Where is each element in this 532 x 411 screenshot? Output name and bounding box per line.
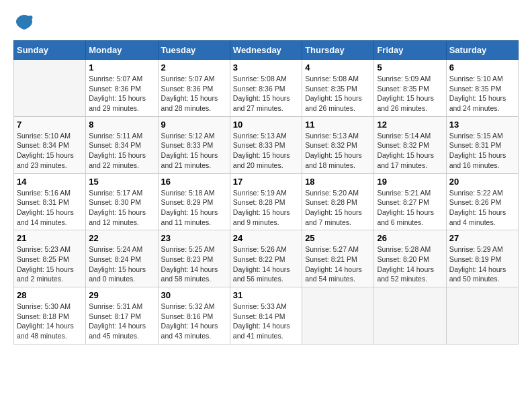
day-info: Sunrise: 5:13 AM Sunset: 8:32 PM Dayligh…	[305, 131, 371, 171]
day-info: Sunrise: 5:19 AM Sunset: 8:28 PM Dayligh…	[233, 188, 299, 228]
calendar-cell: 8Sunrise: 5:11 AM Sunset: 8:34 PM Daylig…	[86, 116, 158, 173]
day-info: Sunrise: 5:23 AM Sunset: 8:25 PM Dayligh…	[17, 244, 83, 284]
day-number: 24	[233, 233, 299, 243]
calendar-cell: 31Sunrise: 5:33 AM Sunset: 8:14 PM Dayli…	[230, 287, 302, 345]
calendar-week-row: 1Sunrise: 5:07 AM Sunset: 8:36 PM Daylig…	[14, 60, 519, 117]
day-info: Sunrise: 5:27 AM Sunset: 8:21 PM Dayligh…	[305, 244, 371, 284]
day-number: 23	[161, 233, 227, 243]
day-info: Sunrise: 5:30 AM Sunset: 8:18 PM Dayligh…	[17, 302, 83, 341]
calendar-cell: 23Sunrise: 5:25 AM Sunset: 8:23 PM Dayli…	[158, 230, 230, 287]
calendar-cell: 10Sunrise: 5:13 AM Sunset: 8:33 PM Dayli…	[230, 116, 302, 173]
calendar-cell: 3Sunrise: 5:08 AM Sunset: 8:36 PM Daylig…	[230, 60, 302, 117]
day-number: 1	[89, 62, 154, 73]
calendar-cell: 29Sunrise: 5:31 AM Sunset: 8:17 PM Dayli…	[86, 287, 158, 345]
day-info: Sunrise: 5:16 AM Sunset: 8:31 PM Dayligh…	[17, 188, 83, 228]
calendar-cell: 12Sunrise: 5:14 AM Sunset: 8:32 PM Dayli…	[374, 116, 446, 173]
calendar-cell: 1Sunrise: 5:07 AM Sunset: 8:36 PM Daylig…	[86, 60, 158, 117]
day-number: 17	[233, 177, 299, 187]
calendar-cell: 27Sunrise: 5:29 AM Sunset: 8:19 PM Dayli…	[446, 230, 518, 287]
logo-bird-icon	[15, 13, 34, 34]
day-info: Sunrise: 5:12 AM Sunset: 8:33 PM Dayligh…	[161, 131, 227, 171]
calendar-cell: 19Sunrise: 5:21 AM Sunset: 8:27 PM Dayli…	[374, 173, 446, 230]
day-number: 18	[305, 177, 371, 187]
day-of-week-header: Thursday	[302, 41, 374, 60]
calendar-cell: 26Sunrise: 5:28 AM Sunset: 8:20 PM Dayli…	[374, 230, 446, 287]
day-info: Sunrise: 5:14 AM Sunset: 8:32 PM Dayligh…	[377, 131, 443, 171]
day-number: 2	[161, 62, 227, 73]
day-info: Sunrise: 5:26 AM Sunset: 8:22 PM Dayligh…	[233, 244, 299, 284]
day-number: 13	[449, 120, 515, 130]
logo	[13, 13, 34, 34]
day-number: 26	[377, 233, 443, 243]
day-number: 22	[89, 233, 154, 243]
day-number: 6	[449, 62, 515, 73]
day-info: Sunrise: 5:32 AM Sunset: 8:16 PM Dayligh…	[161, 302, 227, 341]
day-info: Sunrise: 5:18 AM Sunset: 8:29 PM Dayligh…	[161, 188, 227, 228]
header	[13, 13, 519, 34]
day-number: 7	[17, 120, 83, 130]
calendar-cell: 13Sunrise: 5:15 AM Sunset: 8:31 PM Dayli…	[446, 116, 518, 173]
calendar-week-row: 28Sunrise: 5:30 AM Sunset: 8:18 PM Dayli…	[14, 287, 519, 345]
day-number: 19	[377, 177, 443, 187]
day-number: 20	[449, 177, 515, 187]
day-of-week-header: Saturday	[446, 41, 518, 60]
calendar-header-row: SundayMondayTuesdayWednesdayThursdayFrid…	[14, 41, 519, 60]
day-of-week-header: Monday	[86, 41, 158, 60]
day-number: 3	[233, 62, 299, 73]
calendar-cell: 17Sunrise: 5:19 AM Sunset: 8:28 PM Dayli…	[230, 173, 302, 230]
calendar-cell: 9Sunrise: 5:12 AM Sunset: 8:33 PM Daylig…	[158, 116, 230, 173]
calendar-table: SundayMondayTuesdayWednesdayThursdayFrid…	[13, 40, 519, 345]
calendar-cell	[446, 287, 518, 345]
calendar-cell: 24Sunrise: 5:26 AM Sunset: 8:22 PM Dayli…	[230, 230, 302, 287]
calendar-cell	[302, 287, 374, 345]
calendar-cell	[374, 287, 446, 345]
day-info: Sunrise: 5:11 AM Sunset: 8:34 PM Dayligh…	[89, 131, 154, 171]
calendar-cell: 5Sunrise: 5:09 AM Sunset: 8:35 PM Daylig…	[374, 60, 446, 117]
day-info: Sunrise: 5:21 AM Sunset: 8:27 PM Dayligh…	[377, 188, 443, 228]
day-number: 27	[449, 233, 515, 243]
day-info: Sunrise: 5:31 AM Sunset: 8:17 PM Dayligh…	[89, 302, 154, 341]
calendar-week-row: 21Sunrise: 5:23 AM Sunset: 8:25 PM Dayli…	[14, 230, 519, 287]
calendar-cell: 28Sunrise: 5:30 AM Sunset: 8:18 PM Dayli…	[14, 287, 86, 345]
day-of-week-header: Wednesday	[230, 41, 302, 60]
day-number: 16	[161, 177, 227, 187]
calendar-cell: 14Sunrise: 5:16 AM Sunset: 8:31 PM Dayli…	[14, 173, 86, 230]
calendar-week-row: 7Sunrise: 5:10 AM Sunset: 8:34 PM Daylig…	[14, 116, 519, 173]
calendar-body: 1Sunrise: 5:07 AM Sunset: 8:36 PM Daylig…	[14, 60, 519, 345]
day-info: Sunrise: 5:29 AM Sunset: 8:19 PM Dayligh…	[449, 244, 515, 284]
calendar-cell: 30Sunrise: 5:32 AM Sunset: 8:16 PM Dayli…	[158, 287, 230, 345]
calendar-cell: 6Sunrise: 5:10 AM Sunset: 8:35 PM Daylig…	[446, 60, 518, 117]
day-number: 8	[89, 120, 154, 130]
day-info: Sunrise: 5:24 AM Sunset: 8:24 PM Dayligh…	[89, 244, 154, 284]
calendar-cell: 20Sunrise: 5:22 AM Sunset: 8:26 PM Dayli…	[446, 173, 518, 230]
day-info: Sunrise: 5:25 AM Sunset: 8:23 PM Dayligh…	[161, 244, 227, 284]
day-number: 12	[377, 120, 443, 130]
day-info: Sunrise: 5:33 AM Sunset: 8:14 PM Dayligh…	[233, 302, 299, 341]
day-info: Sunrise: 5:07 AM Sunset: 8:36 PM Dayligh…	[89, 74, 154, 113]
day-info: Sunrise: 5:10 AM Sunset: 8:35 PM Dayligh…	[449, 74, 515, 113]
calendar-cell: 4Sunrise: 5:08 AM Sunset: 8:35 PM Daylig…	[302, 60, 374, 117]
calendar-cell: 22Sunrise: 5:24 AM Sunset: 8:24 PM Dayli…	[86, 230, 158, 287]
day-info: Sunrise: 5:20 AM Sunset: 8:28 PM Dayligh…	[305, 188, 371, 228]
calendar-cell: 25Sunrise: 5:27 AM Sunset: 8:21 PM Dayli…	[302, 230, 374, 287]
day-info: Sunrise: 5:09 AM Sunset: 8:35 PM Dayligh…	[377, 74, 443, 113]
day-number: 29	[89, 290, 154, 300]
day-of-week-header: Tuesday	[158, 41, 230, 60]
day-info: Sunrise: 5:17 AM Sunset: 8:30 PM Dayligh…	[89, 188, 154, 228]
calendar-cell: 18Sunrise: 5:20 AM Sunset: 8:28 PM Dayli…	[302, 173, 374, 230]
day-number: 25	[305, 233, 371, 243]
day-info: Sunrise: 5:22 AM Sunset: 8:26 PM Dayligh…	[449, 188, 515, 228]
day-number: 14	[17, 177, 83, 187]
calendar-cell: 7Sunrise: 5:10 AM Sunset: 8:34 PM Daylig…	[14, 116, 86, 173]
day-info: Sunrise: 5:08 AM Sunset: 8:35 PM Dayligh…	[305, 74, 371, 113]
day-of-week-header: Friday	[374, 41, 446, 60]
calendar-cell: 15Sunrise: 5:17 AM Sunset: 8:30 PM Dayli…	[86, 173, 158, 230]
day-number: 11	[305, 120, 371, 130]
calendar-week-row: 14Sunrise: 5:16 AM Sunset: 8:31 PM Dayli…	[14, 173, 519, 230]
calendar-cell	[14, 60, 86, 117]
day-number: 9	[161, 120, 227, 130]
day-number: 5	[377, 62, 443, 73]
day-info: Sunrise: 5:13 AM Sunset: 8:33 PM Dayligh…	[233, 131, 299, 171]
calendar-cell: 21Sunrise: 5:23 AM Sunset: 8:25 PM Dayli…	[14, 230, 86, 287]
calendar-cell: 16Sunrise: 5:18 AM Sunset: 8:29 PM Dayli…	[158, 173, 230, 230]
